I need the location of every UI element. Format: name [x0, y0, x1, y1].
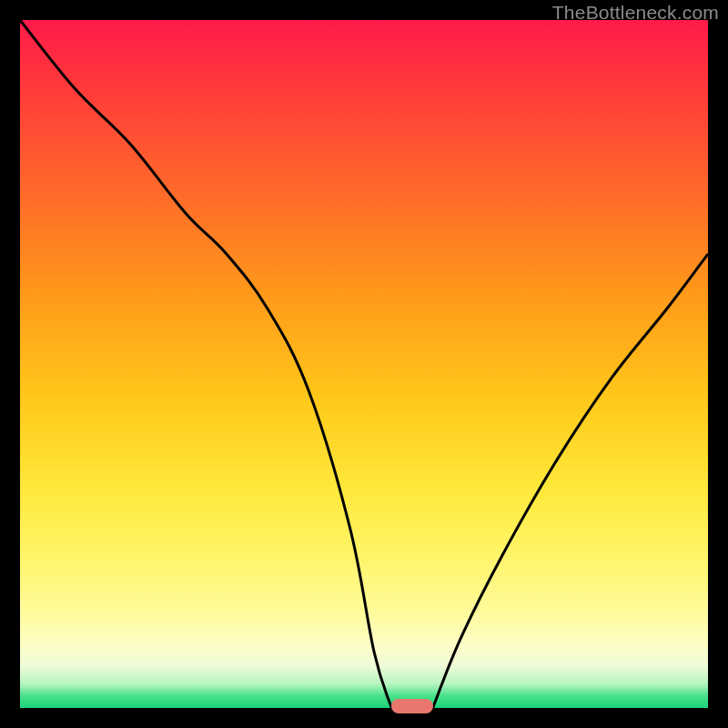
left-curve-path	[20, 20, 391, 708]
right-curve-path	[433, 254, 708, 708]
chart-frame: TheBottleneck.com	[0, 0, 728, 728]
watermark-text: TheBottleneck.com	[552, 2, 719, 24]
bottleneck-marker	[391, 699, 432, 713]
chart-curves	[0, 0, 728, 728]
